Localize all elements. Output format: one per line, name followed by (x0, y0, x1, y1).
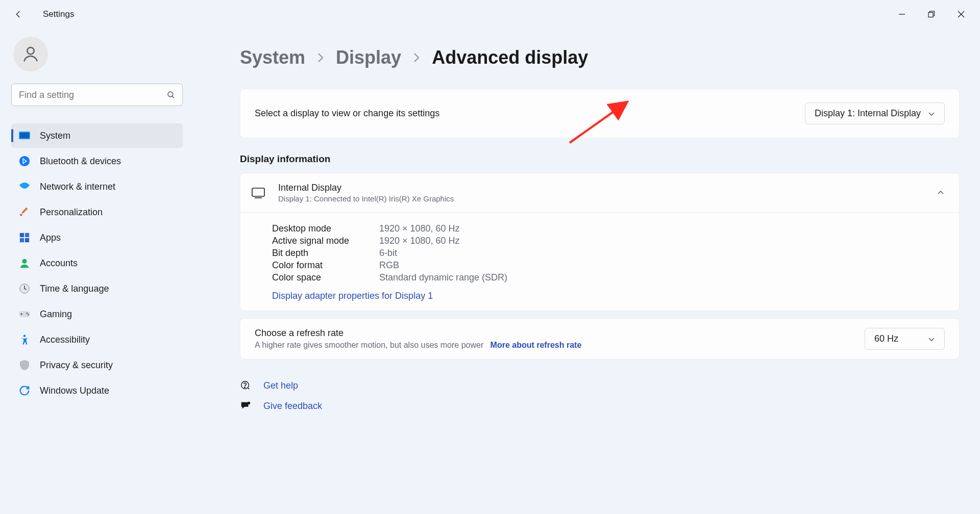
minimize-icon (898, 11, 905, 18)
back-arrow-icon (14, 10, 23, 19)
nav-label: Gaming (40, 309, 72, 320)
svg-rect-2 (928, 13, 933, 17)
breadcrumb-system[interactable]: System (240, 47, 305, 68)
breadcrumb-display[interactable]: Display (336, 47, 401, 68)
nav-item-personalization[interactable]: Personalization (11, 200, 183, 224)
svg-rect-12 (25, 233, 29, 237)
system-icon (18, 130, 31, 142)
help-icon (240, 380, 251, 391)
account-icon (18, 257, 31, 269)
refresh-rate-card: Choose a refresh rate A higher rate give… (240, 318, 960, 359)
svg-rect-11 (20, 233, 24, 237)
svg-rect-13 (20, 238, 24, 242)
accessibility-icon (18, 333, 31, 346)
apps-icon (18, 232, 31, 244)
adapter-properties-link[interactable]: Display adapter properties for Display 1 (272, 291, 433, 301)
display-selector-value: Display 1: Internal Display (815, 108, 921, 119)
nav-label: Windows Update (40, 386, 109, 396)
breadcrumb-current: Advanced display (432, 47, 588, 68)
svg-point-15 (22, 259, 27, 264)
svg-point-26 (248, 402, 251, 405)
svg-point-10 (19, 156, 30, 166)
refresh-rate-more-link[interactable]: More about refresh rate (491, 341, 582, 349)
refresh-rate-subtext: A higher rate gives smoother motion, but… (255, 341, 483, 349)
shield-icon (18, 359, 31, 371)
update-icon (18, 384, 31, 397)
svg-point-18 (26, 312, 28, 314)
svg-line-25 (248, 388, 249, 389)
search-input[interactable] (11, 84, 183, 106)
close-icon (958, 11, 965, 18)
display-name: Internal Display (278, 183, 924, 193)
nav-item-bluetooth[interactable]: Bluetooth & devices (11, 149, 183, 173)
window-maximize-button[interactable] (917, 3, 946, 26)
nav-item-system[interactable]: System (11, 123, 183, 148)
chevron-down-icon (928, 110, 935, 117)
refresh-rate-title: Choose a refresh rate (255, 328, 581, 339)
nav: System Bluetooth & devices Network & int… (11, 123, 183, 403)
window-minimize-button[interactable] (887, 3, 917, 26)
sidebar: System Bluetooth & devices Network & int… (0, 29, 194, 514)
nav-item-windows-update[interactable]: Windows Update (11, 378, 183, 403)
chevron-down-icon (928, 336, 935, 343)
nav-item-time-language[interactable]: Time & language (11, 276, 183, 301)
nav-item-apps[interactable]: Apps (11, 225, 183, 250)
nav-item-privacy[interactable]: Privacy & security (11, 353, 183, 377)
display-selector[interactable]: Display 1: Internal Display (805, 102, 945, 124)
info-row: Color formatRGB (272, 260, 945, 271)
svg-rect-9 (20, 133, 29, 138)
nav-label: Accessibility (40, 335, 90, 345)
refresh-rate-selector[interactable]: 60 Hz (865, 328, 945, 350)
gaming-icon (18, 308, 31, 320)
maximize-icon (928, 11, 935, 18)
nav-item-gaming[interactable]: Gaming (11, 302, 183, 326)
app-title: Settings (43, 9, 74, 19)
svg-point-19 (28, 314, 29, 315)
breadcrumb: System Display Advanced display (240, 47, 960, 68)
bluetooth-icon (18, 155, 31, 167)
chevron-right-icon (316, 52, 325, 63)
back-button[interactable] (10, 6, 27, 22)
user-avatar[interactable] (13, 37, 48, 71)
nav-label: System (40, 131, 70, 141)
titlebar: Settings (0, 0, 980, 29)
person-icon (21, 44, 40, 64)
svg-point-24 (244, 387, 246, 388)
svg-point-5 (27, 47, 34, 54)
nav-label: Network & internet (40, 182, 115, 192)
section-display-info: Display information (240, 153, 960, 165)
info-row: Bit depth6-bit (272, 248, 945, 259)
give-feedback-link[interactable]: Give feedback (263, 401, 322, 412)
get-help-link[interactable]: Get help (263, 380, 298, 391)
chevron-up-icon (937, 189, 945, 197)
clock-globe-icon (18, 282, 31, 295)
display-info-header[interactable]: Internal Display Display 1: Connected to… (240, 173, 959, 212)
select-display-card: Select a display to view or change its s… (240, 89, 960, 138)
content: System Display Advanced display Select a… (194, 29, 980, 514)
nav-label: Apps (40, 233, 61, 243)
info-row: Desktop mode1920 × 1080, 60 Hz (272, 223, 945, 234)
nav-label: Accounts (40, 258, 78, 269)
display-info-card: Internal Display Display 1: Connected to… (240, 173, 960, 311)
info-row: Color spaceStandard dynamic range (SDR) (272, 272, 945, 283)
info-row: Active signal mode1920 × 1080, 60 Hz (272, 236, 945, 246)
svg-rect-14 (25, 238, 29, 242)
paintbrush-icon (18, 206, 31, 218)
window-close-button[interactable] (946, 3, 976, 26)
nav-item-network[interactable]: Network & internet (11, 174, 183, 199)
wifi-icon (18, 181, 31, 193)
nav-item-accounts[interactable]: Accounts (11, 251, 183, 275)
nav-item-accessibility[interactable]: Accessibility (11, 327, 183, 352)
display-subtext: Display 1: Connected to Intel(R) Iris(R)… (278, 194, 924, 203)
feedback-icon (240, 400, 251, 412)
nav-label: Time & language (40, 284, 109, 294)
nav-label: Personalization (40, 207, 103, 218)
svg-point-20 (23, 335, 26, 337)
select-display-label: Select a display to view or change its s… (255, 108, 439, 119)
chevron-right-icon (412, 52, 421, 63)
refresh-rate-value: 60 Hz (874, 333, 898, 344)
nav-label: Privacy & security (40, 360, 113, 371)
svg-rect-21 (252, 188, 264, 196)
monitor-icon (251, 186, 266, 199)
nav-label: Bluetooth & devices (40, 156, 121, 167)
